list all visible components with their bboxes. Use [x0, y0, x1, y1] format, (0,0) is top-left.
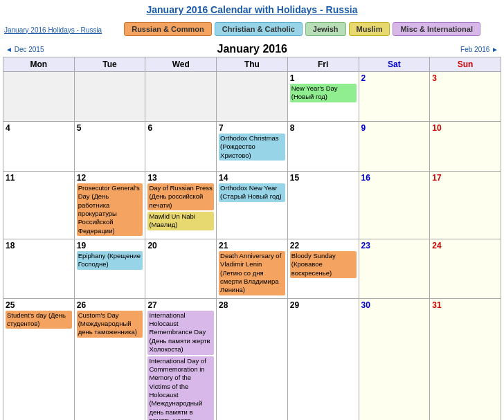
day-number: 19 — [77, 241, 143, 250]
table-row: 25Student's day (День студентов) — [3, 298, 75, 420]
table-row: 11 — [3, 172, 75, 239]
day-number: 25 — [6, 300, 72, 310]
nav-bar: January 2016 Holidays - Russia Russian &… — [0, 18, 504, 42]
holiday-label: International Holocaust Remembrance Day … — [147, 311, 214, 355]
table-row: 30 — [359, 298, 430, 420]
table-row: 29 — [287, 298, 359, 420]
weekday-header-sun: Sun — [430, 57, 501, 72]
day-number: 5 — [77, 123, 143, 133]
day-number: 14 — [219, 173, 285, 183]
day-number: 21 — [219, 241, 285, 250]
day-number: 16 — [361, 173, 428, 183]
day-number: 13 — [147, 173, 214, 183]
day-number: 1 — [290, 73, 357, 83]
tab-russian---common[interactable]: Russian & Common — [124, 22, 212, 36]
day-number: 9 — [361, 123, 428, 133]
prev-month-link[interactable]: ◄ Dec 2015 — [6, 46, 44, 53]
page-title: January 2016 Calendar with Holidays - Ru… — [0, 0, 504, 18]
table-row: 1New Year's Day (Новый год) — [287, 72, 359, 122]
day-number: 11 — [6, 173, 72, 183]
weekday-header-wed: Wed — [145, 57, 217, 72]
table-row: 17 — [430, 172, 501, 239]
table-row: 27International Holocaust Remembrance Da… — [145, 298, 217, 420]
day-number: 31 — [432, 300, 498, 310]
day-number: 15 — [290, 173, 357, 183]
day-number: 6 — [147, 123, 214, 133]
day-number: 3 — [432, 73, 498, 83]
table-row: 8 — [287, 122, 359, 172]
weekday-header-fri: Fri — [287, 57, 359, 72]
table-row: 14Orthodox New Year (Старый Новый год) — [217, 172, 288, 239]
table-row: 5 — [74, 122, 145, 172]
table-row: 16 — [359, 172, 430, 239]
table-row: 20 — [145, 239, 217, 299]
table-row: 10 — [430, 122, 501, 172]
holiday-label: Orthodox Christmas (Рождество Христово) — [219, 134, 285, 161]
day-number: 8 — [290, 123, 357, 133]
table-row: 24 — [430, 239, 501, 299]
nav-link[interactable]: January 2016 Holidays - Russia — [4, 26, 102, 34]
day-number: 23 — [361, 241, 428, 250]
table-row: 22Bloody Sunday (Кровавое воскресенье) — [287, 239, 359, 299]
tab-jewish[interactable]: Jewish — [305, 22, 346, 36]
table-row — [217, 72, 288, 122]
table-row: 31 — [430, 298, 501, 420]
weekday-header-thu: Thu — [217, 57, 288, 72]
day-number: 18 — [6, 241, 72, 250]
day-number: 22 — [290, 241, 357, 250]
day-number: 4 — [6, 123, 72, 133]
day-number: 17 — [432, 173, 498, 183]
table-row: 28 — [217, 298, 288, 420]
table-row: 6 — [145, 122, 217, 172]
holiday-label: International Day of Commemoration in Me… — [147, 356, 214, 421]
holiday-label: Custom's Day (Международный день таможен… — [77, 311, 143, 338]
day-number: 10 — [432, 123, 498, 133]
holiday-label: Student's day (День студентов) — [6, 311, 72, 329]
tab-bar: Russian & CommonChristian & CatholicJewi… — [105, 21, 500, 39]
day-number: 28 — [219, 300, 285, 310]
holiday-label: Bloody Sunday (Кровавое воскресенье) — [290, 251, 357, 278]
day-number: 12 — [77, 173, 143, 183]
table-row: 23 — [359, 239, 430, 299]
day-number: 7 — [219, 123, 285, 133]
month-title: January 2016 — [44, 43, 460, 55]
weekday-header-tue: Tue — [74, 57, 145, 72]
weekday-header-mon: Mon — [3, 57, 75, 72]
day-number: 2 — [361, 73, 428, 83]
tab-misc---international[interactable]: Misc & International — [393, 22, 480, 36]
next-month-link[interactable]: Feb 2016 ► — [460, 46, 498, 53]
table-row — [3, 72, 75, 122]
table-row: 2 — [359, 72, 430, 122]
tab-christian---catholic[interactable]: Christian & Catholic — [215, 22, 303, 36]
table-row: 13Day of Russian Press (День российской … — [145, 172, 217, 239]
table-row — [145, 72, 217, 122]
table-row: 18 — [3, 239, 75, 299]
table-row: 7Orthodox Christmas (Рождество Христово) — [217, 122, 288, 172]
calendar-container: ◄ Dec 2015 January 2016 Feb 2016 ► MonTu… — [0, 42, 504, 420]
table-row: 3 — [430, 72, 501, 122]
day-number: 29 — [290, 300, 357, 310]
weekday-header-sat: Sat — [359, 57, 430, 72]
day-number: 30 — [361, 300, 428, 310]
table-row: 9 — [359, 122, 430, 172]
day-number: 27 — [147, 300, 214, 310]
holiday-label: Mawlid Un Nabi (Маелид) — [147, 212, 214, 230]
holiday-label: Prosecutor General's Day (День работника… — [77, 183, 143, 236]
holiday-label: Orthodox New Year (Старый Новый год) — [219, 183, 285, 202]
table-row: 19Epiphany (Крещение Господне) — [74, 239, 145, 299]
month-nav: ◄ Dec 2015 January 2016 Feb 2016 ► — [3, 42, 501, 57]
holiday-label: Day of Russian Press (День российской пе… — [147, 183, 214, 210]
tab-muslim[interactable]: Muslim — [349, 22, 390, 36]
calendar-table: MonTueWedThuFriSatSun 1New Year's Day (Н… — [3, 57, 501, 420]
table-row: 12Prosecutor General's Day (День работни… — [74, 172, 145, 239]
table-row: 15 — [287, 172, 359, 239]
day-number: 20 — [147, 241, 214, 250]
day-number: 24 — [432, 241, 498, 250]
day-number: 26 — [77, 300, 143, 310]
table-row: 4 — [3, 122, 75, 172]
table-row — [74, 72, 145, 122]
holiday-label: Epiphany (Крещение Господне) — [77, 251, 143, 270]
app: January 2016 Calendar with Holidays - Ru… — [0, 0, 504, 420]
table-row: 21Death Anniversary of Vladimir Lenin (Л… — [217, 239, 288, 299]
holiday-label: Death Anniversary of Vladimir Lenin (Лет… — [219, 251, 285, 295]
